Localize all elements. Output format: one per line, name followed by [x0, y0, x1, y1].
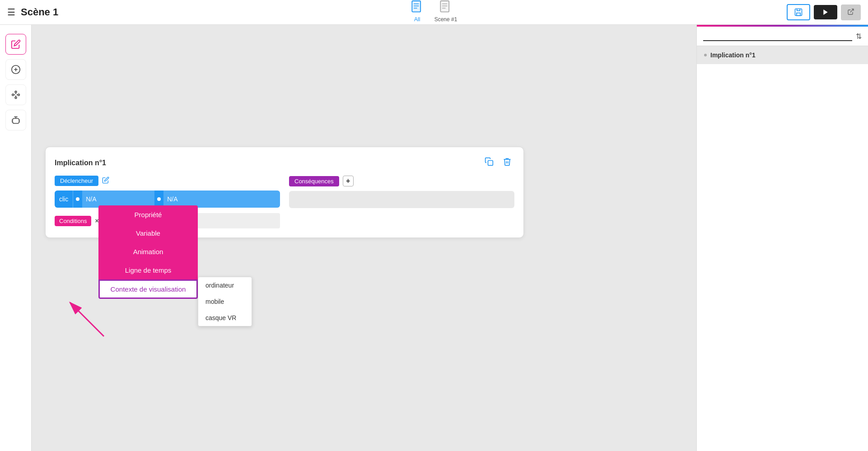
svg-rect-0 — [412, 0, 420, 11]
sidebar-btn-add[interactable] — [5, 59, 26, 80]
card-right: Conséquences + — [289, 176, 514, 228]
scene-title: Scène 1 — [21, 6, 58, 18]
copy-button[interactable] — [482, 156, 496, 169]
arrow-annotation — [59, 291, 113, 347]
dropdown-item-contexte[interactable]: Contexte de visualisation — [98, 279, 198, 299]
dropdown-item-variable[interactable]: Variable — [98, 224, 198, 242]
topbar-left: ☰ Scène 1 — [7, 6, 787, 18]
svg-point-15 — [12, 94, 14, 96]
conditions-badge: Conditions — [55, 216, 91, 226]
svg-marker-10 — [823, 9, 827, 15]
save-button[interactable] — [787, 4, 810, 20]
export-button[interactable] — [841, 5, 861, 20]
canvas-area[interactable]: Implication n°1 — [32, 25, 696, 451]
left-sidebar — [0, 25, 32, 451]
consequences-badge: Conséquences — [289, 176, 339, 186]
sub-dropdown: ordinateur mobile casque VR — [198, 277, 252, 326]
dropdown-menu: Propriété Variable Animation Ligne de te… — [98, 205, 198, 299]
search-row: ⇅ — [697, 27, 868, 46]
add-consequence-button[interactable]: + — [343, 176, 354, 186]
svg-rect-8 — [795, 9, 802, 16]
dropdown-item-animation[interactable]: Animation — [98, 242, 198, 261]
item-label-implication1: Implication n°1 — [710, 51, 756, 59]
tab-all-label: All — [414, 16, 420, 23]
svg-point-16 — [15, 91, 17, 93]
card-header: Implication n°1 — [55, 156, 514, 169]
tab-scene1-label: Scene #1 — [434, 16, 457, 23]
dropdown-item-propriete[interactable]: Propriété — [98, 205, 198, 224]
sub-dropdown-item-casque[interactable]: casque VR — [198, 310, 252, 326]
topbar-right — [787, 4, 861, 20]
sort-icon[interactable]: ⇅ — [856, 32, 862, 41]
sub-dropdown-item-ordinateur[interactable]: ordinateur — [198, 277, 252, 293]
svg-point-17 — [18, 94, 19, 96]
topbar: ☰ Scène 1 All Scene #1 — [0, 0, 868, 25]
declencheur-edit-button[interactable] — [102, 177, 109, 185]
sub-dropdown-item-mobile[interactable]: mobile — [198, 293, 252, 310]
main-layout: Implication n°1 — [0, 25, 868, 451]
svg-rect-9 — [797, 13, 800, 16]
search-input[interactable] — [703, 31, 852, 41]
tab-all[interactable]: All — [411, 0, 424, 24]
declencheur-badge: Déclencheur — [55, 176, 98, 186]
consequences-area — [289, 191, 514, 208]
card-title: Implication n°1 — [55, 159, 106, 167]
trigger-dot1 — [76, 197, 79, 201]
sidebar-btn-edit[interactable] — [5, 34, 26, 55]
svg-rect-4 — [441, 0, 449, 11]
card-actions — [482, 156, 514, 169]
svg-line-25 — [70, 302, 104, 336]
play-button[interactable] — [814, 5, 837, 19]
sidebar-btn-graph[interactable] — [5, 84, 26, 105]
delete-button[interactable] — [500, 156, 514, 169]
right-panel: ⇅ Implication n°1 — [696, 25, 868, 451]
consequences-label-row: Conséquences + — [289, 176, 514, 186]
trigger-dot2 — [157, 197, 161, 201]
declencheur-label-row: Déclencheur — [55, 176, 280, 186]
tab-scene1[interactable]: Scene #1 — [434, 0, 457, 24]
sidebar-btn-debug[interactable] — [5, 110, 26, 130]
svg-rect-23 — [488, 161, 493, 166]
svg-point-18 — [15, 97, 17, 99]
svg-line-11 — [850, 9, 854, 12]
trigger-clic-label: clic — [55, 191, 73, 208]
topbar-center: All Scene #1 — [411, 0, 457, 24]
hamburger-icon[interactable]: ☰ — [7, 7, 15, 18]
dropdown-item-ligne-temps[interactable]: Ligne de temps — [98, 261, 198, 279]
item-dot — [704, 54, 707, 56]
right-panel-item-implication1[interactable]: Implication n°1 — [697, 46, 868, 64]
